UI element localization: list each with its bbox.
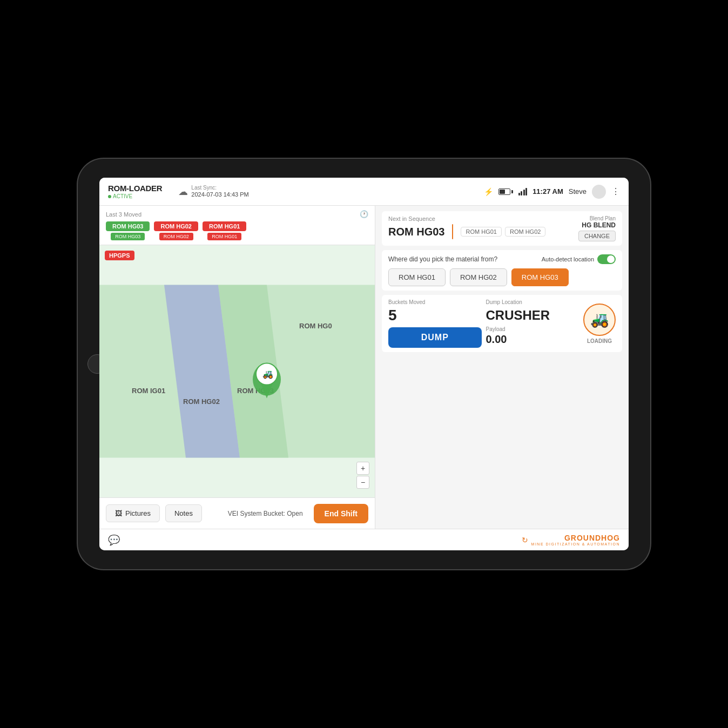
left-panel: Last 3 Moved 🕐 ROM HG03 ROM HG03 ROM HG0… bbox=[99, 206, 375, 529]
more-menu-icon[interactable]: ⋮ bbox=[611, 186, 620, 197]
app-title: ROM-LOADER bbox=[108, 184, 162, 193]
crusher-name: CRUSHER bbox=[486, 308, 579, 323]
dump-location-block: Dump Location CRUSHER Payload 0.00 bbox=[486, 299, 579, 348]
blend-plan-section: Blend Plan HG BLEND CHANGE bbox=[578, 215, 616, 241]
next-sequence-label: Next in Sequence bbox=[388, 215, 545, 222]
signal-bars bbox=[518, 188, 528, 196]
payload-value: 0.00 bbox=[486, 333, 579, 346]
svg-text:🚜: 🚜 bbox=[262, 369, 273, 379]
bottom-bar: 🖼 Pictures Notes VEI System Bucket: Open… bbox=[99, 497, 375, 529]
tablet-screen: ROM-LOADER ACTIVE ☁ Last Sync: 2024-07-0… bbox=[99, 178, 629, 550]
top-bar: ROM-LOADER ACTIVE ☁ Last Sync: 2024-07-0… bbox=[99, 178, 629, 206]
next-sequence-section: Next in Sequence ROM HG03 ROM HG01 ROM H… bbox=[382, 211, 622, 246]
sync-label: Last Sync: bbox=[191, 185, 248, 191]
sync-info: ☁ Last Sync: 2024-07-03 14:43 PM bbox=[178, 185, 248, 198]
list-item: ROM HG01 ROM HG01 bbox=[203, 221, 246, 240]
groundhog-tagline: MINE DIGITIZATION & AUTOMATION bbox=[531, 542, 620, 546]
list-item: ROM HG03 ROM HG03 bbox=[106, 221, 150, 240]
right-panel: Next in Sequence ROM HG03 ROM HG01 ROM H… bbox=[375, 206, 629, 529]
tablet-device: ROM-LOADER ACTIVE ☁ Last Sync: 2024-07-0… bbox=[78, 159, 650, 569]
dump-section: Buckets Moved 5 DUMP Dump Location CRUSH… bbox=[382, 295, 622, 352]
next-main-name: ROM HG03 bbox=[388, 226, 444, 238]
refresh-icon[interactable]: ↻ bbox=[522, 536, 528, 544]
pick-section: Where did you pick the material from? Au… bbox=[382, 250, 622, 291]
loading-block: 🚜 LOADING bbox=[583, 299, 616, 348]
map-controls: + − bbox=[356, 462, 369, 489]
svg-text:ROM IG01: ROM IG01 bbox=[132, 387, 165, 395]
loading-label: LOADING bbox=[587, 338, 612, 344]
next-sub-2: ROM HG02 bbox=[505, 227, 545, 237]
app-status: ACTIVE bbox=[108, 193, 162, 199]
zoom-in-button[interactable]: + bbox=[356, 462, 369, 475]
history-icon: 🕐 bbox=[360, 210, 368, 218]
last-moved-label: Last 3 Moved bbox=[106, 211, 141, 218]
dump-location-label: Dump Location bbox=[486, 299, 579, 305]
blend-plan-name: HG BLEND bbox=[578, 221, 616, 229]
user-name: Steve bbox=[569, 187, 587, 196]
pick-option-1[interactable]: ROM HG01 bbox=[388, 268, 446, 286]
dump-button[interactable]: DUMP bbox=[388, 327, 482, 348]
buckets-value: 5 bbox=[388, 307, 482, 324]
map-svg: ROM IG01 ROM HG02 ROM HG03 ROM HG0 🚜 bbox=[99, 245, 375, 497]
battery-indicator bbox=[498, 188, 513, 195]
groundhog-brand-name: GROUNDHOG bbox=[564, 534, 620, 542]
pick-options: ROM HG01 ROM HG02 ROM HG03 bbox=[388, 268, 616, 286]
bluetooth-icon: ⚡ bbox=[484, 187, 493, 196]
pick-option-2[interactable]: ROM HG02 bbox=[450, 268, 507, 286]
pictures-button[interactable]: 🖼 Pictures bbox=[106, 504, 160, 522]
avatar bbox=[592, 185, 606, 199]
change-button[interactable]: CHANGE bbox=[578, 231, 616, 241]
pictures-icon: 🖼 bbox=[115, 509, 122, 517]
status-dot bbox=[108, 195, 111, 198]
zoom-out-button[interactable]: − bbox=[356, 476, 369, 489]
loading-icon: 🚜 bbox=[583, 304, 616, 336]
svg-text:ROM HG02: ROM HG02 bbox=[183, 397, 220, 406]
app-title-block: ROM-LOADER ACTIVE bbox=[108, 184, 162, 199]
auto-detect: Auto-detect location bbox=[542, 254, 616, 264]
top-bar-right: ⚡ 11:27 AM Steve ⋮ bbox=[484, 185, 620, 199]
hpgps-badge: HPGPS bbox=[105, 251, 134, 260]
svg-text:ROM HG0: ROM HG0 bbox=[299, 322, 332, 330]
payload-label: Payload bbox=[486, 326, 579, 332]
blend-plan-label: Blend Plan bbox=[578, 215, 616, 221]
end-shift-button[interactable]: End Shift bbox=[314, 504, 368, 523]
next-sub-1: ROM HG01 bbox=[461, 227, 501, 237]
last-moved-section: Last 3 Moved 🕐 ROM HG03 ROM HG03 ROM HG0… bbox=[99, 206, 375, 245]
status-text: VEI System Bucket: Open bbox=[228, 510, 303, 517]
groundhog-logo: GROUNDHOG MINE DIGITIZATION & AUTOMATION bbox=[531, 534, 620, 546]
footer-bar: 💬 ↻ GROUNDHOG MINE DIGITIZATION & AUTOMA… bbox=[99, 529, 629, 550]
map-area: HPGPS ROM IG01 ROM HG02 ROM HG03 ROM HG0 bbox=[99, 245, 375, 497]
buckets-block: Buckets Moved 5 bbox=[388, 299, 482, 324]
sync-icon: ☁ bbox=[178, 186, 188, 198]
main-content: Last 3 Moved 🕐 ROM HG03 ROM HG03 ROM HG0… bbox=[99, 206, 629, 529]
chat-icon[interactable]: 💬 bbox=[108, 534, 120, 546]
sync-time: 2024-07-03 14:43 PM bbox=[191, 191, 248, 198]
list-item: ROM HG02 ROM HG02 bbox=[154, 221, 198, 240]
pick-label: Where did you pick the material from? bbox=[388, 255, 497, 263]
pick-option-3[interactable]: ROM HG03 bbox=[511, 268, 569, 286]
moved-items: ROM HG03 ROM HG03 ROM HG02 ROM HG02 ROM … bbox=[106, 221, 368, 240]
auto-detect-toggle[interactable] bbox=[597, 254, 616, 264]
time-display: 11:27 AM bbox=[532, 187, 563, 196]
notes-button[interactable]: Notes bbox=[165, 504, 202, 522]
